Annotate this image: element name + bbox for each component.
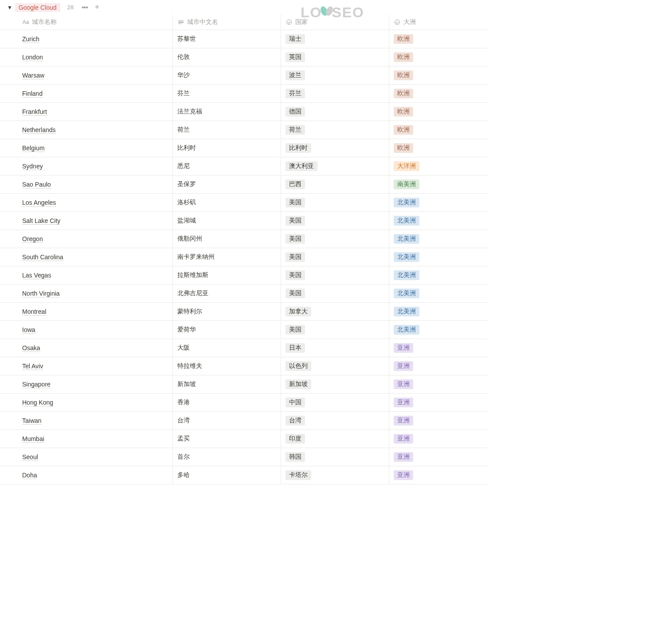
cell-continent[interactable]: 北美洲 [389,303,469,320]
cell-country[interactable]: 美国 [281,248,389,266]
cell-name[interactable]: Frankfurt [6,103,173,121]
cell-name[interactable]: Singapore [6,375,173,393]
cell-name[interactable]: Zurich [6,30,173,48]
cell-name[interactable]: South Carolina [6,248,173,266]
cell-country[interactable]: 美国 [281,321,389,339]
cell-cnname[interactable]: 俄勒冈州 [173,230,281,248]
cell-country[interactable]: 美国 [281,194,389,211]
row-name[interactable]: Tel Aviv [22,363,43,370]
cell-name[interactable]: Doha [6,466,173,484]
cell-country[interactable]: 以色列 [281,357,389,375]
cell-name[interactable]: Salt Lake City [6,212,173,230]
row-name[interactable]: Netherlands [22,126,56,134]
cell-country[interactable]: 波兰 [281,66,389,84]
cell-cnname[interactable]: 苏黎世 [173,30,281,48]
cell-name[interactable]: Los Angeles [6,194,173,211]
cell-name[interactable]: Seoul [6,448,173,466]
cell-cnname[interactable]: 悉尼 [173,157,281,175]
cell-name[interactable]: Taiwan [6,412,173,429]
cell-continent[interactable]: 亚洲 [389,412,469,429]
cell-country[interactable]: 新加坡 [281,375,389,393]
cell-cnname[interactable]: 盐湖城 [173,212,281,230]
group-name-tag[interactable]: Google Cloud [15,3,60,12]
row-name[interactable]: Belgium [22,144,45,152]
row-name[interactable]: Oregon [22,235,43,243]
row-name[interactable]: London [22,54,43,61]
cell-country[interactable]: 芬兰 [281,85,389,102]
table-row[interactable]: Finland芬兰芬兰欧洲 [0,85,488,103]
cell-name[interactable]: Belgium [6,139,173,157]
column-header-continent[interactable]: 大洲 [389,15,469,30]
cell-continent[interactable]: 欧洲 [389,85,469,102]
table-row[interactable]: Salt Lake City盐湖城美国北美洲 [0,212,488,230]
cell-country[interactable]: 美国 [281,266,389,284]
cell-name[interactable]: Warsaw [6,66,173,84]
cell-name[interactable]: North Virginia [6,285,173,302]
row-name[interactable]: Frankfurt [22,108,47,116]
row-name[interactable]: Iowa [22,326,35,334]
table-row[interactable]: Las Vegas拉斯维加斯美国北美洲 [0,266,488,285]
cell-cnname[interactable]: 特拉维夫 [173,357,281,375]
table-row[interactable]: Doha多哈卡塔尔亚洲 [0,466,488,484]
row-name[interactable]: Zurich [22,35,39,43]
cell-continent[interactable]: 亚洲 [389,375,469,393]
table-row[interactable]: Iowa爱荷华美国北美洲 [0,321,488,339]
cell-continent[interactable]: 欧洲 [389,66,469,84]
cell-name[interactable]: Iowa [6,321,173,339]
cell-cnname[interactable]: 香港 [173,394,281,411]
table-row[interactable]: North Virginia北弗吉尼亚美国北美洲 [0,285,488,303]
table-row[interactable]: Taiwan台湾台湾亚洲 [0,412,488,430]
table-row[interactable]: Los Angeles洛杉矶美国北美洲 [0,194,488,212]
cell-continent[interactable]: 南美洲 [389,176,469,193]
cell-name[interactable]: Hong Kong [6,394,173,411]
cell-cnname[interactable]: 蒙特利尔 [173,303,281,320]
cell-continent[interactable]: 北美洲 [389,266,469,284]
cell-cnname[interactable]: 爱荷华 [173,321,281,339]
cell-continent[interactable]: 欧洲 [389,30,469,48]
cell-country[interactable]: 比利时 [281,139,389,157]
table-row[interactable]: Sao Paulo圣保罗巴西南美洲 [0,176,488,194]
cell-cnname[interactable]: 首尔 [173,448,281,466]
cell-cnname[interactable]: 伦敦 [173,48,281,66]
row-name[interactable]: Seoul [22,453,38,461]
cell-cnname[interactable]: 洛杉矶 [173,194,281,211]
cell-cnname[interactable]: 芬兰 [173,85,281,102]
row-name[interactable]: Las Vegas [22,272,51,279]
cell-cnname[interactable]: 荷兰 [173,121,281,139]
cell-name[interactable]: Sao Paulo [6,176,173,193]
cell-continent[interactable]: 北美洲 [389,230,469,248]
cell-country[interactable]: 瑞士 [281,30,389,48]
cell-country[interactable]: 卡塔尔 [281,466,389,484]
more-icon[interactable]: ••• [82,4,88,12]
cell-continent[interactable]: 欧洲 [389,121,469,139]
cell-country[interactable]: 巴西 [281,176,389,193]
cell-country[interactable]: 台湾 [281,412,389,429]
cell-name[interactable]: Oregon [6,230,173,248]
row-name[interactable]: Los Angeles [22,199,56,207]
table-row[interactable]: Tel Aviv特拉维夫以色列亚洲 [0,357,488,375]
cell-continent[interactable]: 亚洲 [389,448,469,466]
cell-cnname[interactable]: 法兰克福 [173,103,281,121]
cell-country[interactable]: 德国 [281,103,389,121]
cell-name[interactable]: Sydney [6,157,173,175]
column-header-country[interactable]: 国家 [281,15,389,30]
table-row[interactable]: Netherlands荷兰荷兰欧洲 [0,121,488,139]
cell-cnname[interactable]: 圣保罗 [173,176,281,193]
cell-cnname[interactable]: 比利时 [173,139,281,157]
cell-name[interactable]: Montreal [6,303,173,320]
cell-cnname[interactable]: 南卡罗来纳州 [173,248,281,266]
cell-cnname[interactable]: 新加坡 [173,375,281,393]
table-row[interactable]: Warsaw华沙波兰欧洲 [0,66,488,85]
cell-name[interactable]: Las Vegas [6,266,173,284]
cell-country[interactable]: 日本 [281,339,389,357]
row-name[interactable]: Singapore [22,381,51,388]
cell-cnname[interactable]: 拉斯维加斯 [173,266,281,284]
table-row[interactable]: Zurich苏黎世瑞士欧洲 [0,30,488,48]
cell-name[interactable]: Netherlands [6,121,173,139]
cell-continent[interactable]: 北美洲 [389,285,469,302]
row-name[interactable]: Warsaw [22,72,44,79]
cell-continent[interactable]: 欧洲 [389,139,469,157]
table-row[interactable]: Mumbai孟买印度亚洲 [0,430,488,448]
row-name[interactable]: North Virginia [22,290,60,297]
cell-continent[interactable]: 亚洲 [389,430,469,448]
